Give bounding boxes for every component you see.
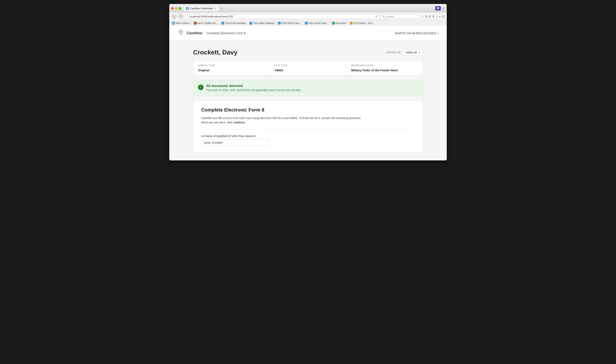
appeal-type-label: APPEAL TYPE: xyxy=(198,64,265,67)
back-arrow-icon[interactable]: ↩ xyxy=(439,15,441,18)
info-table: APPEAL TYPE: Original FILE TYPE: VBMS RE… xyxy=(193,61,423,75)
success-banner: ✓ All documents detected! The Form 9, NO… xyxy=(193,80,423,96)
bookmark-citrix-north[interactable]: C Citrix North Gate... xyxy=(277,21,302,25)
star-icon[interactable]: ☆ xyxy=(421,15,424,18)
svg-text:T: T xyxy=(350,23,351,24)
app-logo: Caseflow Complete Electronic Form 8 xyxy=(177,29,246,38)
file-type-label: FILE TYPE: xyxy=(275,64,341,67)
dropdown-arrow: ▾ xyxy=(189,22,190,24)
page-content: Caseflow Complete Electronic Form 8 MART… xyxy=(169,26,447,160)
form-desc-end: . xyxy=(245,121,245,124)
form-desc-part1: Caseflow pre-fills a Form 8 for each cas… xyxy=(201,117,362,120)
bookmark-citrix-west-favicon: C xyxy=(249,22,252,25)
forward-button[interactable]: › xyxy=(178,14,184,19)
reader-icon[interactable]: ⊟ xyxy=(425,15,428,18)
field-label: 1A Name of Appellant (If other than vete… xyxy=(201,134,415,138)
title-bar: Caseflow Certification ✕ + ⤢ xyxy=(169,4,447,12)
caseflow-logo-icon xyxy=(177,29,184,38)
bookmark-most-visited[interactable]: M Most Visited ▾ xyxy=(171,21,191,25)
tab-title: Caseflow Certification xyxy=(190,7,213,10)
close-button[interactable] xyxy=(171,7,174,10)
file-type-value: VBMS xyxy=(275,68,341,72)
bookmark-resumes[interactable]: R Resumes! xyxy=(331,21,347,25)
bookmark-kavih-favicon: K xyxy=(194,22,197,25)
download-icon[interactable]: ⬇ xyxy=(432,15,435,18)
search-placeholder: Search xyxy=(386,15,394,18)
app-subtitle: Complete Electronic Form 8 xyxy=(206,31,246,35)
bookmark-top-events[interactable]: T Top Events – Goo... xyxy=(349,21,375,25)
minimize-button[interactable] xyxy=(175,7,178,10)
appellant-name-input[interactable] xyxy=(201,139,268,146)
chevron-down-icon: ▾ xyxy=(438,32,439,35)
form-desc-continue: continue xyxy=(233,121,245,124)
veteran-name: Crockett, Davy xyxy=(193,49,237,56)
svg-point-21 xyxy=(180,31,181,32)
refresh-button[interactable]: ↻ xyxy=(375,15,377,18)
pocket-icon[interactable]: ⬇ xyxy=(429,15,431,18)
success-title: All documents detected! xyxy=(206,84,301,88)
svg-text:C: C xyxy=(222,23,223,24)
new-tab-button[interactable]: + xyxy=(219,6,225,11)
address-text: localhost:3000/certifications/new/123C xyxy=(190,15,375,18)
menu-icon[interactable]: ☰ xyxy=(442,15,445,18)
success-description: The Form 9, NOD, SOC and SSOCs (if appli… xyxy=(206,89,301,92)
success-content: All documents detected! The Form 9, NOD,… xyxy=(206,84,301,92)
form-desc-part2: When you are done, click xyxy=(201,121,233,124)
svg-text:C: C xyxy=(278,23,280,24)
svg-text:K: K xyxy=(194,23,195,24)
twitch-icon xyxy=(435,6,441,11)
home-icon[interactable]: ⌂ xyxy=(436,15,437,18)
appeal-id-label: APPEAL ID xyxy=(386,51,400,54)
tab-favicon xyxy=(186,7,189,10)
app-header: Caseflow Complete Electronic Form 8 MART… xyxy=(169,26,447,41)
bookmark-citrix-south-favicon: C xyxy=(305,22,308,25)
appeal-id-value: VBMS-ID xyxy=(405,51,417,54)
appeal-id-box: VBMS-ID ⧉ xyxy=(403,50,423,55)
appeal-type-cell: APPEAL TYPE: Original xyxy=(193,61,270,75)
svg-rect-1 xyxy=(437,7,439,9)
veteran-header: Crockett, Davy APPEAL ID VBMS-ID ⧉ xyxy=(193,49,423,56)
svg-rect-4 xyxy=(438,8,439,8)
search-bar[interactable]: 🔍 Search xyxy=(381,14,420,19)
representative-label: REPRESENTATIVE: xyxy=(351,64,418,67)
check-circle-icon: ✓ xyxy=(198,85,203,90)
tab-close-button[interactable]: ✕ xyxy=(214,7,216,10)
search-icon: 🔍 xyxy=(382,15,385,18)
bookmark-citrix-west[interactable]: C Citrix West Gateway xyxy=(249,21,275,25)
maximize-button[interactable] xyxy=(179,7,181,10)
bookmark-citrix-east-favicon: C xyxy=(221,22,224,25)
active-tab[interactable]: Caseflow Certification ✕ xyxy=(184,6,219,11)
svg-text:C: C xyxy=(305,23,307,24)
form-description: Caseflow pre-fills a Form 8 for each cas… xyxy=(201,116,415,130)
bookmark-resumes-favicon: R xyxy=(332,22,335,25)
browser-window: Caseflow Certification ✕ + ⤢ ‹ › ⓘ local… xyxy=(169,4,447,160)
copy-icon[interactable]: ⧉ xyxy=(419,51,420,54)
user-name: MARTIN VAN BUREN (DSUSER) xyxy=(395,32,436,35)
app-name: Caseflow xyxy=(187,31,202,35)
appeal-id-section: APPEAL ID VBMS-ID ⧉ xyxy=(386,50,423,55)
representative-cell: REPRESENTATIVE: Military Order of the Pu… xyxy=(347,61,423,75)
bookmark-citrix-east[interactable]: C Citrix East Gateway xyxy=(221,21,247,25)
back-button[interactable]: ‹ xyxy=(171,14,177,19)
bookmark-citrix-south[interactable]: C Citrix South Gate... xyxy=(304,21,329,25)
svg-rect-3 xyxy=(437,8,438,8)
bookmark-top-events-favicon: T xyxy=(350,22,353,25)
address-bar[interactable]: ⓘ localhost:3000/certifications/new/123C… xyxy=(185,14,379,19)
address-icon: ⓘ xyxy=(187,15,188,18)
svg-text:M: M xyxy=(173,22,174,24)
svg-marker-2 xyxy=(438,9,438,10)
user-menu[interactable]: MARTIN VAN BUREN (DSUSER) ▾ xyxy=(395,32,439,35)
form-title: Complete Electronic Form 8 xyxy=(201,107,415,113)
nav-icons: ☆ ⊟ ⬇ ⬇ ⌂ ↩ ☰ xyxy=(421,15,445,18)
fullscreen-icon[interactable]: ⤢ xyxy=(442,7,445,10)
file-type-cell: FILE TYPE: VBMS xyxy=(270,61,346,75)
bookmark-kavih[interactable]: K kavih | Digital Ser... xyxy=(193,21,219,25)
nav-bar: ‹ › ⓘ localhost:3000/certifications/new/… xyxy=(169,12,447,20)
appeal-type-value: Original xyxy=(198,68,265,72)
bookmarks-bar: M Most Visited ▾ K kavih | Digital Ser..… xyxy=(169,20,447,26)
svg-point-0 xyxy=(187,8,188,9)
main-content: Crockett, Davy APPEAL ID VBMS-ID ⧉ APPEA… xyxy=(169,41,447,160)
representative-value: Military Order of the Purple Heart xyxy=(351,68,418,72)
bookmark-favicon: M xyxy=(172,22,175,25)
svg-text:C: C xyxy=(250,23,251,24)
